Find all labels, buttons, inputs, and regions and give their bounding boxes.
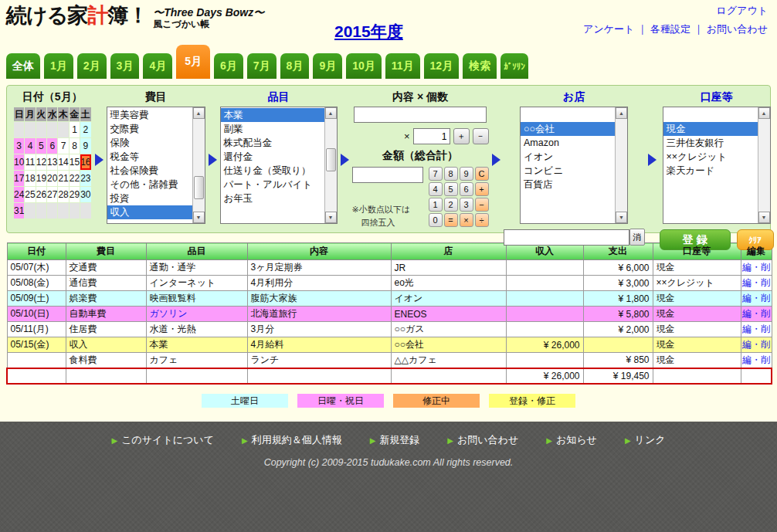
calc-key-−[interactable]: − xyxy=(475,198,489,212)
list-item[interactable]: その他・諸雑費 xyxy=(107,178,192,191)
calc-key-C[interactable]: C xyxy=(475,167,489,181)
list-item[interactable]: 社会保険費 xyxy=(107,164,192,178)
tab-gasoline[interactable]: ｶﾞｿﾘﾝ xyxy=(500,53,528,79)
shop-clear-button[interactable]: 消 xyxy=(629,229,645,246)
list-item[interactable]: 楽天カード xyxy=(663,164,758,178)
scrollbar-thumb[interactable] xyxy=(326,148,336,171)
calc-key-1[interactable]: 1 xyxy=(429,198,443,212)
calendar-day[interactable]: 19 xyxy=(36,171,46,186)
calc-key-0[interactable]: 0 xyxy=(429,213,443,227)
tab-nov[interactable]: 11月 xyxy=(385,53,420,79)
edit-delete-link[interactable]: 編・削 xyxy=(742,277,770,288)
tab-feb[interactable]: 2月 xyxy=(77,53,107,79)
year-link[interactable]: 2015年度 xyxy=(334,21,403,42)
list-item[interactable]: 還付金 xyxy=(221,150,324,164)
scrollbar-track[interactable] xyxy=(193,119,205,212)
calendar-day[interactable]: 24 xyxy=(14,187,24,202)
scroll-down-icon[interactable]: ▼ xyxy=(193,212,205,223)
logout-link[interactable]: ログアウト xyxy=(716,5,768,16)
list-item[interactable]: イオン xyxy=(521,150,615,164)
calc-key-4[interactable]: 4 xyxy=(429,182,443,196)
scrollbar-track[interactable] xyxy=(758,119,770,212)
calendar-day-selected[interactable]: 16 xyxy=(80,154,90,170)
calendar-day[interactable]: 10 xyxy=(14,154,24,170)
amount-input[interactable] xyxy=(352,167,423,183)
tab-jan[interactable]: 1月 xyxy=(44,53,73,79)
quantity-input[interactable] xyxy=(413,128,450,144)
calendar-day[interactable]: 4 xyxy=(25,138,35,154)
list-item[interactable]: 百貨店 xyxy=(521,178,615,191)
calendar-day[interactable]: 13 xyxy=(47,154,57,170)
edit-delete-link[interactable]: 編・削 xyxy=(742,354,770,365)
edit-delete-link[interactable]: 編・削 xyxy=(742,324,770,334)
shop-input[interactable] xyxy=(504,229,629,246)
list-item[interactable]: 本業 xyxy=(221,108,324,122)
list-item[interactable]: ○○会社 xyxy=(521,122,615,136)
calendar-day[interactable]: 5 xyxy=(36,138,46,154)
list-item[interactable]: パート・アルバイト xyxy=(221,178,324,191)
calc-key-6[interactable]: 6 xyxy=(460,182,473,196)
footer-link[interactable]: ▶このサイトについて xyxy=(111,433,213,447)
list-item-blank[interactable] xyxy=(521,108,615,122)
quantity-minus-button[interactable]: － xyxy=(473,128,489,144)
list-item[interactable]: 保険 xyxy=(107,136,192,150)
calendar-day[interactable]: 15 xyxy=(70,154,80,170)
scroll-up-icon[interactable]: ▲ xyxy=(325,107,337,119)
edit-delete-link[interactable]: 編・削 xyxy=(742,262,770,273)
list-item[interactable]: 副業 xyxy=(221,122,324,136)
tab-sep[interactable]: 9月 xyxy=(313,53,342,79)
calendar-day[interactable]: 7 xyxy=(58,138,68,154)
list-item[interactable]: 交際費 xyxy=(107,122,192,136)
list-item[interactable]: ××クレジット xyxy=(663,150,758,164)
scrollbar-track[interactable] xyxy=(325,119,337,212)
list-item-blank[interactable] xyxy=(663,108,758,122)
scroll-up-icon[interactable]: ▲ xyxy=(193,107,205,119)
tab-jun[interactable]: 6月 xyxy=(214,53,243,79)
calendar-day[interactable]: 31 xyxy=(14,203,24,219)
calc-key-8[interactable]: 8 xyxy=(444,167,458,181)
calc-key-3[interactable]: 3 xyxy=(460,198,473,212)
calendar-day[interactable]: 20 xyxy=(47,171,57,186)
utility-link[interactable]: アンケート xyxy=(583,23,634,35)
calc-key-+[interactable]: + xyxy=(475,182,489,196)
edit-delete-link[interactable]: 編・削 xyxy=(742,293,770,303)
category-listbox[interactable]: 理美容費交際費保険税金等社会保険費その他・諸雑費投資収入▲▼ xyxy=(107,107,205,224)
tab-oct[interactable]: 10月 xyxy=(346,53,382,79)
tab-apr[interactable]: 4月 xyxy=(143,53,172,79)
scroll-down-icon[interactable]: ▼ xyxy=(325,212,337,223)
calendar-day[interactable]: 21 xyxy=(58,171,68,186)
item-listbox[interactable]: 本業副業株式配当金還付金仕送り金（受取り）パート・アルバイトお年玉▲▼ xyxy=(220,107,338,224)
utility-link[interactable]: 各種設定 xyxy=(650,23,690,35)
item-link[interactable]: ガソリン xyxy=(150,308,188,319)
calendar-day[interactable]: 23 xyxy=(80,171,90,186)
list-item[interactable]: お年玉 xyxy=(221,191,324,205)
footer-link[interactable]: ▶利用規約＆個人情報 xyxy=(242,433,342,447)
edit-delete-link[interactable]: 編・削 xyxy=(742,308,770,319)
calendar-day[interactable]: 6 xyxy=(47,138,57,154)
shop-listbox[interactable]: ○○会社Amazonイオンコンビニ百貨店▲▼ xyxy=(520,107,628,224)
tab-dec[interactable]: 12月 xyxy=(424,53,460,79)
content-input[interactable] xyxy=(354,107,487,123)
scroll-down-icon[interactable]: ▼ xyxy=(758,212,770,223)
calc-key-×[interactable]: × xyxy=(460,213,473,227)
calendar-day[interactable]: 8 xyxy=(70,138,80,154)
calendar-day[interactable]: 26 xyxy=(36,187,46,202)
list-item[interactable]: コンビニ xyxy=(521,164,615,178)
calc-key-5[interactable]: 5 xyxy=(444,182,458,196)
footer-link[interactable]: ▶お問い合わせ xyxy=(447,433,518,447)
calendar-day[interactable]: 18 xyxy=(25,171,35,186)
calc-key-9[interactable]: 9 xyxy=(460,167,473,181)
list-item[interactable]: 仕送り金（受取り） xyxy=(221,164,324,178)
calendar-day[interactable]: 22 xyxy=(70,171,80,186)
scroll-up-icon[interactable]: ▲ xyxy=(758,107,770,119)
list-item[interactable]: 投資 xyxy=(107,191,192,205)
scrollbar-track[interactable] xyxy=(616,119,627,212)
calendar-day[interactable]: 25 xyxy=(25,187,35,202)
footer-link[interactable]: ▶リンク xyxy=(625,433,666,447)
calendar-day[interactable]: 27 xyxy=(47,187,57,202)
tab-aug[interactable]: 8月 xyxy=(280,53,310,79)
calc-key-7[interactable]: 7 xyxy=(429,167,443,181)
tab-mar[interactable]: 3月 xyxy=(110,53,140,79)
scroll-up-icon[interactable]: ▲ xyxy=(616,107,627,119)
list-item[interactable]: 三井住友銀行 xyxy=(663,136,758,150)
